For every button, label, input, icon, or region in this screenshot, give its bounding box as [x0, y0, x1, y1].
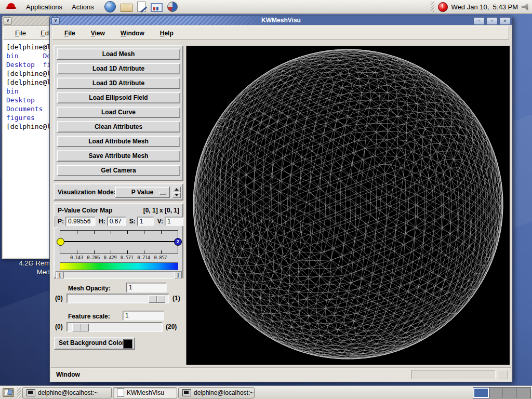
menu-view[interactable]: View — [83, 30, 113, 37]
option-menu-indicator-icon — [159, 192, 166, 195]
menu-window[interactable]: Window — [113, 30, 152, 37]
resize-grip[interactable] — [498, 370, 508, 379]
redhat-menu-icon[interactable] — [5, 3, 18, 11]
set-background-color-label: Set Background Color — [59, 339, 125, 347]
p-entry[interactable]: 0.99556 — [65, 217, 96, 226]
desktop-label-line1: 4.2G Rem — [9, 259, 50, 268]
save-attribute-mesh-button[interactable]: Save Attribute Mesh — [57, 150, 180, 162]
maximize-button[interactable]: ▫ — [486, 17, 498, 25]
editor-tick-labels: 0.1430.2860.4290.5710.7140.857 — [60, 255, 177, 260]
panel-drag-handle[interactable] — [431, 2, 434, 12]
mesh-opacity-entry[interactable]: 1 — [126, 283, 167, 292]
transfer-function-editor[interactable]: 2 — [60, 230, 178, 254]
editor-tick — [144, 250, 144, 254]
menu-bar: FileViewWindowHelp — [52, 26, 509, 40]
color-map-section: P-Value Color Map [0, 1] x [0, 1] P:0.99… — [54, 203, 183, 278]
taskbar-drag-handle[interactable] — [17, 388, 21, 398]
editor-tick — [94, 250, 95, 254]
progress-area — [411, 370, 496, 379]
menu-help[interactable]: Help — [152, 30, 181, 37]
spinner-down-icon[interactable] — [172, 192, 181, 198]
spreadsheet-icon[interactable] — [167, 2, 178, 12]
clock[interactable]: Wed Jan 10, 5:43 PM — [451, 3, 518, 11]
visualization-mode-section: Visualization Mode: P Value — [54, 183, 183, 201]
mesh-opacity-label: Mesh Opacity: — [68, 285, 111, 292]
terminal-icon — [26, 389, 35, 396]
background-color-swatch — [123, 339, 132, 349]
task-delphine-localhost-[interactable]: delphine@localhost:~ — [178, 387, 255, 398]
load-attribute-mesh-button[interactable]: Load Attribute Mesh — [57, 136, 180, 147]
word-processor-icon[interactable] — [137, 2, 146, 12]
workspace-switcher — [473, 387, 531, 398]
speaker-icon[interactable] — [522, 3, 530, 10]
tick-label: 0.143 — [70, 255, 83, 260]
editor-tick — [94, 231, 95, 234]
terminal-icon — [182, 389, 191, 396]
range-handle-left[interactable]: [ — [56, 272, 64, 278]
terminal-menu-file[interactable]: File — [9, 29, 32, 37]
workspace-2[interactable] — [489, 388, 503, 398]
editor-tick — [111, 231, 111, 234]
render-viewport[interactable] — [186, 46, 510, 365]
get-camera-button[interactable]: Get Camera — [57, 165, 180, 176]
show-desktop-button[interactable] — [1, 387, 16, 399]
applications-menu[interactable]: Applications — [25, 2, 63, 12]
email-icon[interactable] — [121, 4, 132, 12]
spinner-up-icon[interactable] — [172, 187, 181, 192]
minimize-button[interactable]: − — [473, 17, 485, 25]
set-background-color-button[interactable]: Set Background Color — [54, 337, 135, 350]
close-button[interactable]: × — [499, 17, 511, 25]
load-curve-button[interactable]: Load Curve — [57, 107, 180, 118]
window-title: KWMeshVisu — [50, 17, 512, 24]
load-1d-attribute-button[interactable]: Load 1D Attribute — [57, 63, 180, 74]
feature-scale-slider[interactable] — [66, 322, 163, 332]
visualization-mode-spinner — [172, 187, 181, 198]
launcher-icons — [104, 1, 178, 12]
visualization-mode-dropdown[interactable]: P Value — [115, 187, 170, 198]
v-label: V: — [157, 218, 163, 225]
tick-label: 0.714 — [137, 255, 150, 260]
feature-scale-handle[interactable] — [72, 324, 89, 331]
color-map-fields: P:0.99556H:0.67S:1V:1 — [58, 216, 180, 227]
function-node-left[interactable] — [57, 238, 64, 246]
clean-attributes-button[interactable]: Clean Attributes — [57, 121, 180, 132]
window-shade-icon[interactable]: ∨ — [4, 17, 12, 25]
window-controls: −▫× — [473, 17, 511, 25]
show-desktop-icon — [3, 388, 14, 397]
title-bar[interactable]: ∨ KWMeshVisu −▫× — [50, 16, 512, 25]
v-entry[interactable]: 1 — [165, 217, 183, 226]
web-browser-icon[interactable] — [104, 1, 116, 12]
mesh-opacity-slider[interactable] — [66, 294, 169, 303]
desktop: 4.2G Rem Med ∨ FileEditV [delphine@lbin … — [0, 0, 532, 399]
h-entry[interactable]: 0.67 — [107, 217, 126, 226]
workspace-3[interactable] — [503, 388, 517, 398]
workspace-4[interactable] — [517, 388, 530, 398]
status-bar: Window — [51, 367, 511, 381]
mesh-opacity-min: (0) — [55, 295, 63, 302]
actions-menu[interactable]: Actions — [71, 2, 95, 12]
feature-scale-label: Feature scale: — [68, 313, 110, 320]
feature-scale-min: (0) — [55, 323, 63, 330]
mesh-opacity-handle[interactable] — [149, 295, 165, 303]
function-node-right[interactable]: 2 — [174, 238, 182, 246]
workspace-1[interactable] — [473, 388, 489, 398]
update-alert-icon[interactable] — [438, 2, 448, 12]
load-mesh-button[interactable]: Load Mesh — [57, 48, 180, 60]
range-scrollbar[interactable]: [ ] — [56, 271, 182, 279]
task-delphine-localhost-[interactable]: delphine@localhost:~ — [22, 387, 112, 398]
task-kwmeshvisu[interactable]: KWMeshVisu — [113, 387, 177, 398]
editor-tick — [161, 250, 162, 254]
taskbar: delphine@localhost:~KWMeshVisudelphine@l… — [0, 385, 532, 399]
s-entry[interactable]: 1 — [137, 217, 154, 226]
panel-right: Wed Jan 10, 5:43 PM — [431, 0, 530, 14]
menu-file[interactable]: File — [57, 30, 83, 37]
presentation-icon[interactable] — [151, 3, 163, 12]
range-handle-right[interactable]: ] — [174, 272, 182, 278]
sphere-mesh — [187, 46, 510, 365]
p-label: P: — [58, 218, 64, 225]
app-window-kwmeshvisu: ∨ KWMeshVisu −▫× FileViewWindowHelp Load… — [49, 16, 513, 382]
desktop-label-line2: Med — [9, 268, 50, 276]
load-ellipsoid-field-button[interactable]: Load Ellipsoid Field — [57, 92, 180, 103]
feature-scale-entry[interactable]: 1 — [123, 311, 164, 321]
load-3d-attribute-button[interactable]: Load 3D Attribute — [57, 77, 180, 89]
